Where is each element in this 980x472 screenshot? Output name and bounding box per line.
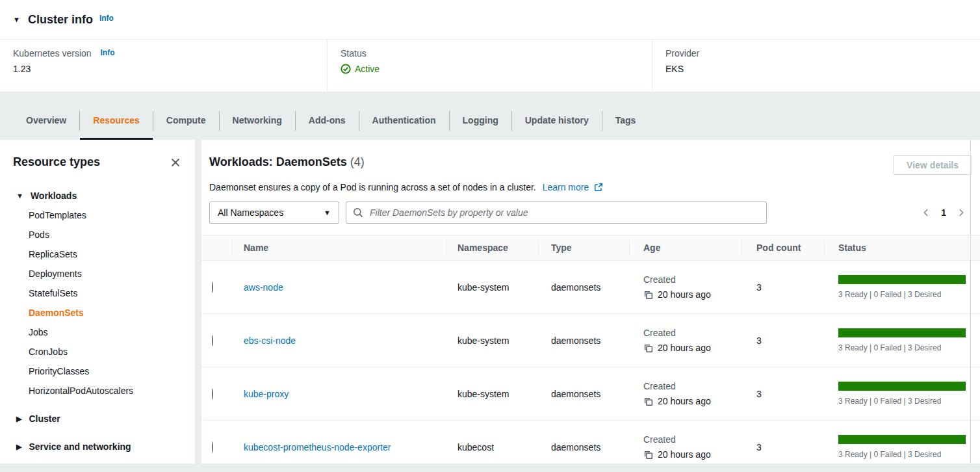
- column-header-namespace: Namespace: [446, 243, 538, 253]
- caret-right-icon: ▶: [16, 415, 21, 423]
- daemonset-name-link[interactable]: kubecost-prometheus-node-exporter: [244, 442, 391, 452]
- namespace-select[interactable]: All Namespaces ▼: [209, 202, 339, 224]
- panel-title: Workloads: DaemonSets (4): [209, 155, 365, 169]
- resource-types-sidebar: Resource types ▼ Workloads PodTemplates …: [0, 140, 195, 464]
- namespace-cell: kube-system: [446, 389, 538, 399]
- learn-more-link[interactable]: Learn more: [543, 182, 589, 192]
- radio-button[interactable]: [212, 282, 213, 293]
- pod-count-cell: 3: [741, 389, 824, 399]
- daemonset-name-link[interactable]: aws-node: [244, 282, 283, 293]
- sidebar-item-horizontalpodautoscalers[interactable]: HorizontalPodAutoscalers: [13, 381, 182, 400]
- status-ok-icon: [341, 64, 351, 74]
- age-cell: Created 20 hours ago: [629, 381, 741, 406]
- type-cell: daemonsets: [538, 282, 629, 293]
- kubernetes-version-value: 1.23: [13, 64, 314, 74]
- column-header-status: Status: [824, 243, 980, 253]
- content-area: Resource types ▼ Workloads PodTemplates …: [0, 140, 980, 464]
- search-box: [346, 202, 767, 224]
- tab-resources[interactable]: Resources: [80, 92, 153, 140]
- filter-row: All Namespaces ▼ 1: [209, 202, 972, 224]
- vertical-divider: [970, 140, 971, 464]
- chevron-right-icon[interactable]: [957, 208, 966, 217]
- info-link[interactable]: Info: [101, 48, 115, 57]
- page-number[interactable]: 1: [941, 207, 946, 218]
- daemonset-name-link[interactable]: ebs-csi-node: [244, 335, 296, 346]
- search-input[interactable]: [368, 207, 760, 218]
- close-icon[interactable]: [169, 156, 182, 169]
- status-cell: 3 Ready | 0 Failed | 3 Desired: [824, 435, 980, 459]
- sidebar-item-pods[interactable]: Pods: [13, 225, 182, 244]
- radio-button[interactable]: [212, 441, 213, 453]
- pod-count-cell: 3: [741, 335, 824, 346]
- triangle-down-icon[interactable]: ▼: [13, 16, 20, 23]
- external-link-icon: [594, 183, 603, 194]
- table-row: kube-proxy kube-system daemonsets Create…: [201, 367, 980, 421]
- status-cell: 3 Ready | 0 Failed | 3 Desired: [824, 275, 980, 299]
- tab-tags[interactable]: Tags: [602, 92, 649, 140]
- caret-right-icon: ▶: [16, 443, 21, 451]
- copy-icon[interactable]: [643, 450, 653, 460]
- sidebar-item-podtemplates[interactable]: PodTemplates: [13, 205, 182, 225]
- sidebar-item-daemonsets[interactable]: DaemonSets: [13, 303, 182, 322]
- radio-button[interactable]: [212, 388, 213, 400]
- age-cell: Created 20 hours ago: [629, 434, 741, 460]
- tree-group-workloads[interactable]: ▼ Workloads: [13, 186, 182, 205]
- tree-group-cluster[interactable]: ▶ Cluster: [13, 409, 182, 428]
- field-label: Kubernetes version Info: [13, 48, 314, 59]
- cluster-info-panel: ▼ Cluster info Info Kubernetes version I…: [0, 0, 980, 92]
- sidebar-item-priorityclasses[interactable]: PriorityClasses: [13, 361, 182, 381]
- copy-icon[interactable]: [643, 343, 653, 353]
- field-label: Status: [341, 48, 639, 59]
- page-title: Cluster info: [28, 13, 93, 27]
- provider-field: Provider EKS: [652, 40, 980, 92]
- item-count: (4): [350, 155, 365, 168]
- tab-add-ons[interactable]: Add-ons: [296, 92, 359, 140]
- status-bar: [838, 275, 966, 284]
- age-cell: Created 20 hours ago: [629, 328, 741, 353]
- tab-update-history[interactable]: Update history: [512, 92, 602, 140]
- status-cell: 3 Ready | 0 Failed | 3 Desired: [824, 382, 980, 406]
- pagination: 1: [922, 207, 972, 218]
- daemonsets-table: Name Namespace Type Age Pod count Status…: [201, 235, 980, 464]
- kubernetes-version-field: Kubernetes version Info 1.23: [0, 40, 327, 92]
- tree-group-service-and-networking[interactable]: ▶ Service and networking: [13, 437, 182, 456]
- sidebar-item-jobs[interactable]: Jobs: [13, 322, 182, 342]
- copy-icon[interactable]: [643, 290, 653, 300]
- sidebar-item-cronjobs[interactable]: CronJobs: [13, 342, 182, 361]
- field-label: Provider: [665, 48, 967, 59]
- status-text: Active: [355, 64, 380, 74]
- tab-networking[interactable]: Networking: [220, 92, 295, 140]
- status-bar: [838, 382, 966, 391]
- daemonsets-panel: Workloads: DaemonSets (4) View details D…: [201, 140, 980, 464]
- chevron-left-icon[interactable]: [922, 208, 931, 217]
- copy-icon[interactable]: [643, 397, 653, 406]
- column-header-type: Type: [538, 243, 629, 253]
- tab-compute[interactable]: Compute: [153, 92, 219, 140]
- type-cell: daemonsets: [538, 389, 629, 399]
- type-cell: daemonsets: [538, 335, 629, 346]
- column-header-pod-count: Pod count: [741, 243, 824, 253]
- table-header: Name Namespace Type Age Pod count Status: [201, 235, 980, 261]
- daemonset-name-link[interactable]: kube-proxy: [244, 389, 289, 399]
- caret-down-icon: ▼: [16, 192, 23, 200]
- provider-value: EKS: [665, 64, 967, 74]
- resource-tree: ▼ Workloads PodTemplates Pods ReplicaSet…: [13, 186, 182, 456]
- table-row: kubecost-prometheus-node-exporter kubeco…: [201, 421, 980, 464]
- status-bar: [838, 328, 966, 337]
- pod-count-cell: 3: [741, 282, 824, 293]
- table-row: aws-node kube-system daemonsets Created …: [201, 261, 980, 314]
- dropdown-caret-icon: ▼: [324, 209, 331, 216]
- info-link[interactable]: Info: [99, 14, 114, 23]
- namespace-cell: kube-system: [446, 335, 538, 346]
- age-cell: Created 20 hours ago: [629, 274, 741, 300]
- status-cell: 3 Ready | 0 Failed | 3 Desired: [824, 328, 980, 352]
- tab-overview[interactable]: Overview: [13, 92, 79, 140]
- sidebar-item-replicasets[interactable]: ReplicaSets: [13, 244, 182, 264]
- tab-authentication[interactable]: Authentication: [359, 92, 449, 140]
- sidebar-item-deployments[interactable]: Deployments: [13, 264, 182, 283]
- tab-logging[interactable]: Logging: [450, 92, 511, 140]
- cluster-info-fields: Kubernetes version Info 1.23 Status Acti…: [0, 40, 980, 92]
- sidebar-item-statefulsets[interactable]: StatefulSets: [13, 283, 182, 303]
- view-details-button[interactable]: View details: [893, 155, 972, 175]
- radio-button[interactable]: [212, 335, 213, 347]
